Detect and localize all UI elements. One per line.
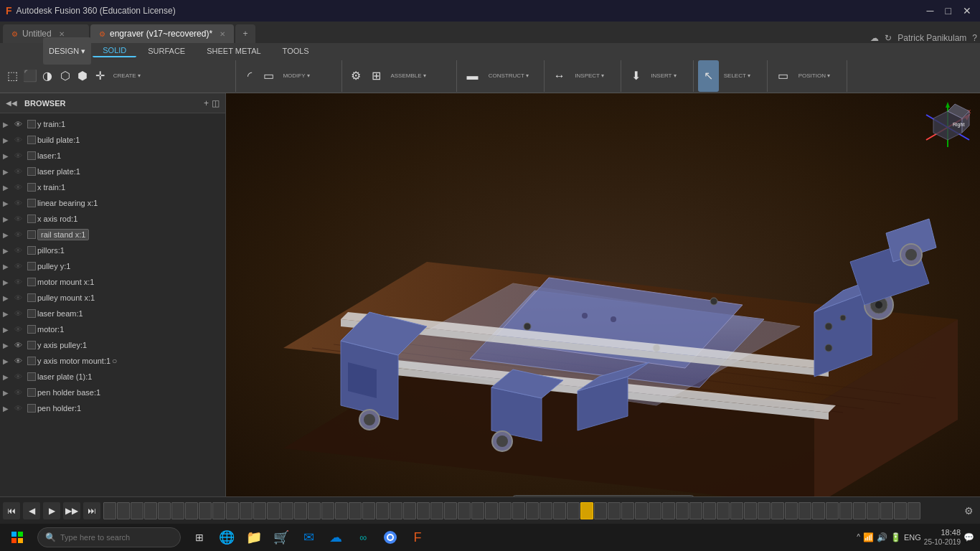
timeline-icon[interactable] — [499, 502, 512, 519]
visibility-icon[interactable]: 👁 — [14, 199, 26, 207]
timeline-icon[interactable] — [812, 502, 825, 519]
list-item[interactable]: ▶ 👁 laser plate:1 — [0, 164, 225, 179]
timeline-icon[interactable] — [471, 502, 484, 519]
titlebar-controls[interactable]: ─ □ ✕ — [924, 5, 974, 17]
tray-network[interactable]: 📶 — [863, 532, 874, 542]
checkbox[interactable] — [27, 183, 36, 192]
loft-button[interactable]: ⬢ — [74, 60, 90, 92]
measure-button[interactable]: ↔ — [549, 60, 570, 92]
tray-battery[interactable]: 🔋 — [890, 532, 901, 542]
timeline-icon[interactable] — [199, 502, 212, 519]
viewport[interactable]: Z X Right ↕ ⊕ ✋ ⊙ 🔍 ▢ ⊞ ⊡ — [226, 93, 980, 524]
timeline-icon[interactable] — [444, 502, 457, 519]
checkbox[interactable] — [27, 136, 36, 144]
checkbox[interactable] — [27, 230, 36, 239]
taskbar-icon-taskview[interactable]: ⊞ — [187, 524, 212, 551]
taskbar-icon-mail[interactable]: ✉ — [296, 524, 321, 551]
checkbox[interactable] — [27, 357, 36, 365]
extrude-button[interactable]: ⬛ — [22, 60, 38, 92]
visibility-icon[interactable]: 👁 — [14, 120, 26, 128]
nav-prev[interactable]: ◀◀ — [6, 99, 17, 107]
timeline-icon[interactable] — [131, 502, 143, 519]
fillet-button[interactable]: ◜ — [240, 60, 259, 92]
list-item[interactable]: ▶ 👁 pen holder:1 — [0, 400, 225, 416]
visibility-icon[interactable]: 👁 — [14, 309, 26, 318]
sweep-button[interactable]: ⬡ — [57, 60, 73, 92]
start-button[interactable] — [0, 524, 34, 551]
timeline-icon[interactable] — [212, 502, 225, 519]
timeline-icon[interactable] — [594, 502, 607, 519]
list-item[interactable]: ▶ 👁 y axis pulley:1 — [0, 337, 225, 353]
list-item[interactable]: ▶ 👁 laser beam:1 — [0, 306, 225, 321]
timeline-icon[interactable] — [867, 502, 880, 519]
timeline-begin[interactable]: ⏮ — [3, 502, 20, 519]
timeline-icon[interactable] — [403, 502, 416, 519]
timeline-icon[interactable] — [376, 502, 389, 519]
list-item[interactable]: ▶ 👁 pillors:1 — [0, 242, 225, 258]
checkbox[interactable] — [27, 372, 36, 381]
checkbox[interactable] — [27, 246, 36, 255]
visibility-icon[interactable]: 👁 — [14, 215, 26, 223]
search-input[interactable] — [60, 533, 173, 542]
taskbar-icon-fusion[interactable]: F — [405, 524, 430, 551]
help-button[interactable]: ? — [972, 33, 977, 43]
taskbar-icon-edge[interactable]: 🌐 — [214, 524, 240, 551]
search-bar[interactable]: 🔍 — [37, 527, 181, 547]
timeline-icon[interactable] — [335, 502, 348, 519]
timeline-icon[interactable] — [839, 502, 852, 519]
timeline-icon[interactable] — [771, 502, 784, 519]
list-item[interactable]: ▶ 👁 laser plate (1):1 — [0, 369, 225, 385]
tray-notification[interactable]: 💬 — [963, 532, 974, 542]
tab-solid[interactable]: SOLID — [93, 44, 136, 57]
tab-tools[interactable]: TOOLS — [273, 45, 319, 57]
select-button[interactable]: ↖ — [698, 60, 719, 92]
visibility-icon[interactable]: 👁 — [14, 325, 26, 334]
timeline-icon[interactable] — [676, 502, 689, 519]
refresh-icon[interactable]: ↻ — [885, 33, 892, 43]
list-item[interactable]: ▶ 👁 rail stand x:1 — [0, 227, 225, 242]
timeline-icon[interactable] — [362, 502, 375, 519]
tray-volume[interactable]: 🔊 — [877, 532, 887, 542]
timeline-icon[interactable] — [430, 502, 443, 519]
taskbar-icon-explorer[interactable]: 📁 — [241, 524, 267, 551]
visibility-icon[interactable]: 👁 — [14, 388, 26, 397]
list-item[interactable]: ▶ 👁 build plate:1 — [0, 132, 225, 148]
minimize-button[interactable]: ─ — [924, 5, 937, 17]
checkbox[interactable] — [27, 262, 36, 270]
visibility-icon[interactable]: 👁 — [14, 262, 26, 270]
timeline-icon[interactable] — [171, 502, 184, 519]
timeline-icon[interactable] — [294, 502, 307, 519]
visibility-icon[interactable]: 👁 — [14, 167, 26, 176]
rigid-group-button[interactable]: ⊞ — [367, 60, 386, 92]
timeline-icon[interactable] — [308, 502, 321, 519]
visibility-icon[interactable]: 👁 — [14, 246, 26, 255]
list-item[interactable]: ▶ 👁 x axis rod:1 — [0, 211, 225, 227]
timeline-icon[interactable] — [321, 502, 334, 519]
timeline-icon[interactable] — [253, 502, 266, 519]
tab-surface[interactable]: SURFACE — [138, 45, 195, 57]
timeline-icon[interactable] — [117, 502, 130, 519]
checkbox[interactable] — [27, 404, 36, 413]
timeline-next[interactable]: ▶▶ — [63, 502, 80, 519]
timeline-icon[interactable] — [512, 502, 525, 519]
maximize-button[interactable]: □ — [943, 5, 954, 17]
timeline-icon[interactable] — [730, 502, 743, 519]
timeline-icon[interactable] — [281, 502, 293, 519]
visibility-icon[interactable]: 👁 — [14, 341, 26, 349]
tab-close-engraver[interactable]: ✕ — [220, 30, 225, 38]
tab-close-untitled[interactable]: ✕ — [59, 30, 65, 38]
insert-button[interactable]: ⬇ — [626, 60, 646, 92]
list-item[interactable]: ▶ 👁 pulley y:1 — [0, 258, 225, 274]
visibility-icon[interactable]: 👁 — [14, 293, 26, 302]
timeline-settings[interactable]: ⚙ — [960, 502, 977, 519]
checkbox[interactable] — [27, 151, 36, 160]
timeline-icon[interactable] — [390, 502, 402, 519]
taskbar-clock[interactable]: 18:48 25-10-2019 — [924, 527, 961, 547]
tab-sheet-metal[interactable]: SHEET METAL — [197, 45, 270, 57]
taskbar-icon-chrome[interactable] — [377, 524, 403, 551]
timeline-icon[interactable] — [798, 502, 811, 519]
timeline-icon[interactable] — [717, 502, 730, 519]
timeline-icon[interactable] — [621, 502, 634, 519]
new-sketch-button[interactable]: ⬚ — [4, 60, 21, 92]
checkbox[interactable] — [27, 388, 36, 397]
